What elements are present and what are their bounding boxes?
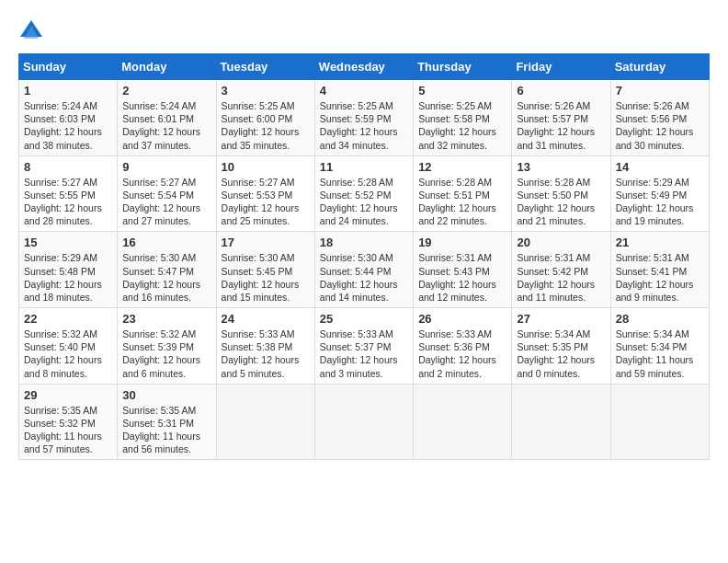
day-info: Sunrise: 5:28 AMSunset: 5:51 PMDaylight:… <box>418 176 506 228</box>
calendar-cell: 25Sunrise: 5:33 AMSunset: 5:37 PMDayligh… <box>314 308 413 385</box>
day-number: 12 <box>418 160 506 174</box>
weekday-header: Tuesday <box>216 54 314 80</box>
calendar-week-row: 15Sunrise: 5:29 AMSunset: 5:48 PMDayligh… <box>19 232 710 308</box>
weekday-header: Friday <box>512 54 610 80</box>
day-number: 8 <box>24 160 112 174</box>
calendar-cell: 14Sunrise: 5:29 AMSunset: 5:49 PMDayligh… <box>610 155 709 232</box>
calendar-cell <box>314 384 413 460</box>
day-info: Sunrise: 5:31 AMSunset: 5:41 PMDaylight:… <box>616 251 704 304</box>
day-number: 24 <box>222 312 310 326</box>
day-number: 9 <box>122 160 210 174</box>
day-info: Sunrise: 5:27 AMSunset: 5:53 PMDaylight:… <box>222 176 310 228</box>
calendar-week-row: 29Sunrise: 5:35 AMSunset: 5:32 PMDayligh… <box>19 384 710 460</box>
day-number: 13 <box>517 160 605 174</box>
day-info: Sunrise: 5:27 AMSunset: 5:54 PMDaylight:… <box>122 176 210 228</box>
calendar-cell: 28Sunrise: 5:34 AMSunset: 5:34 PMDayligh… <box>610 308 709 385</box>
calendar-week-row: 1Sunrise: 5:24 AMSunset: 6:03 PMDaylight… <box>19 80 710 156</box>
calendar-cell <box>216 384 314 460</box>
calendar-cell: 6Sunrise: 5:26 AMSunset: 5:57 PMDaylight… <box>512 80 610 156</box>
calendar-cell: 13Sunrise: 5:28 AMSunset: 5:50 PMDayligh… <box>512 155 610 232</box>
page-header <box>18 18 710 44</box>
day-number: 22 <box>24 312 112 326</box>
calendar-cell: 5Sunrise: 5:25 AMSunset: 5:58 PMDaylight… <box>414 80 512 156</box>
day-info: Sunrise: 5:34 AMSunset: 5:34 PMDaylight:… <box>616 327 704 380</box>
logo <box>18 18 48 44</box>
day-number: 6 <box>517 84 605 98</box>
day-info: Sunrise: 5:32 AMSunset: 5:39 PMDaylight:… <box>122 327 210 380</box>
calendar-cell: 26Sunrise: 5:33 AMSunset: 5:36 PMDayligh… <box>414 308 512 385</box>
calendar-cell: 9Sunrise: 5:27 AMSunset: 5:54 PMDaylight… <box>118 155 216 232</box>
day-number: 10 <box>222 160 310 174</box>
day-number: 25 <box>320 312 408 326</box>
day-info: Sunrise: 5:24 AMSunset: 6:01 PMDaylight:… <box>122 99 210 152</box>
day-info: Sunrise: 5:33 AMSunset: 5:36 PMDaylight:… <box>418 327 506 380</box>
day-number: 18 <box>320 236 408 249</box>
day-number: 30 <box>122 388 210 402</box>
calendar-cell: 3Sunrise: 5:25 AMSunset: 6:00 PMDaylight… <box>216 80 314 156</box>
weekday-header: Monday <box>118 54 216 80</box>
calendar-cell <box>414 384 512 460</box>
calendar-cell: 18Sunrise: 5:30 AMSunset: 5:44 PMDayligh… <box>314 232 413 308</box>
calendar-cell: 4Sunrise: 5:25 AMSunset: 5:59 PMDaylight… <box>314 80 413 156</box>
day-info: Sunrise: 5:26 AMSunset: 5:56 PMDaylight:… <box>616 99 704 152</box>
day-number: 26 <box>418 312 506 326</box>
day-number: 14 <box>616 160 704 174</box>
calendar-table: SundayMondayTuesdayWednesdayThursdayFrid… <box>18 53 710 460</box>
day-info: Sunrise: 5:25 AMSunset: 6:00 PMDaylight:… <box>222 99 310 152</box>
calendar-cell: 1Sunrise: 5:24 AMSunset: 6:03 PMDaylight… <box>19 80 118 156</box>
calendar-cell <box>610 384 709 460</box>
header-row: SundayMondayTuesdayWednesdayThursdayFrid… <box>19 54 710 80</box>
calendar-cell: 22Sunrise: 5:32 AMSunset: 5:40 PMDayligh… <box>19 308 118 385</box>
day-info: Sunrise: 5:32 AMSunset: 5:40 PMDaylight:… <box>24 327 112 380</box>
day-number: 29 <box>24 388 112 402</box>
day-number: 28 <box>616 312 704 326</box>
calendar-cell: 19Sunrise: 5:31 AMSunset: 5:43 PMDayligh… <box>414 232 512 308</box>
day-info: Sunrise: 5:34 AMSunset: 5:35 PMDaylight:… <box>517 327 605 380</box>
calendar-cell: 20Sunrise: 5:31 AMSunset: 5:42 PMDayligh… <box>512 232 610 308</box>
calendar-cell: 7Sunrise: 5:26 AMSunset: 5:56 PMDaylight… <box>610 80 709 156</box>
day-info: Sunrise: 5:31 AMSunset: 5:43 PMDaylight:… <box>418 251 506 304</box>
calendar-cell: 30Sunrise: 5:35 AMSunset: 5:31 PMDayligh… <box>118 384 216 460</box>
day-number: 5 <box>418 84 506 98</box>
calendar-cell: 12Sunrise: 5:28 AMSunset: 5:51 PMDayligh… <box>414 155 512 232</box>
day-info: Sunrise: 5:30 AMSunset: 5:45 PMDaylight:… <box>222 251 310 304</box>
day-number: 21 <box>616 236 704 249</box>
calendar-cell: 27Sunrise: 5:34 AMSunset: 5:35 PMDayligh… <box>512 308 610 385</box>
calendar-cell: 11Sunrise: 5:28 AMSunset: 5:52 PMDayligh… <box>314 155 413 232</box>
day-number: 1 <box>24 84 112 98</box>
day-number: 7 <box>616 84 704 98</box>
day-number: 23 <box>122 312 210 326</box>
day-info: Sunrise: 5:31 AMSunset: 5:42 PMDaylight:… <box>517 251 605 304</box>
day-number: 15 <box>24 236 112 249</box>
day-info: Sunrise: 5:27 AMSunset: 5:55 PMDaylight:… <box>24 176 112 228</box>
day-number: 11 <box>320 160 408 174</box>
day-info: Sunrise: 5:26 AMSunset: 5:57 PMDaylight:… <box>517 99 605 152</box>
calendar-cell: 15Sunrise: 5:29 AMSunset: 5:48 PMDayligh… <box>19 232 118 308</box>
calendar-cell: 2Sunrise: 5:24 AMSunset: 6:01 PMDaylight… <box>118 80 216 156</box>
day-number: 20 <box>517 236 605 249</box>
day-info: Sunrise: 5:25 AMSunset: 5:59 PMDaylight:… <box>320 99 408 152</box>
calendar-cell: 10Sunrise: 5:27 AMSunset: 5:53 PMDayligh… <box>216 155 314 232</box>
calendar-cell: 24Sunrise: 5:33 AMSunset: 5:38 PMDayligh… <box>216 308 314 385</box>
day-info: Sunrise: 5:35 AMSunset: 5:31 PMDaylight:… <box>122 404 210 456</box>
day-number: 19 <box>418 236 506 249</box>
weekday-header: Sunday <box>19 54 118 80</box>
calendar-cell: 17Sunrise: 5:30 AMSunset: 5:45 PMDayligh… <box>216 232 314 308</box>
calendar-cell: 29Sunrise: 5:35 AMSunset: 5:32 PMDayligh… <box>19 384 118 460</box>
calendar-week-row: 8Sunrise: 5:27 AMSunset: 5:55 PMDaylight… <box>19 155 710 232</box>
day-info: Sunrise: 5:25 AMSunset: 5:58 PMDaylight:… <box>418 99 506 152</box>
day-info: Sunrise: 5:33 AMSunset: 5:38 PMDaylight:… <box>222 327 310 380</box>
calendar-week-row: 22Sunrise: 5:32 AMSunset: 5:40 PMDayligh… <box>19 308 710 385</box>
day-info: Sunrise: 5:35 AMSunset: 5:32 PMDaylight:… <box>24 404 112 456</box>
day-number: 2 <box>122 84 210 98</box>
day-info: Sunrise: 5:28 AMSunset: 5:52 PMDaylight:… <box>320 176 408 228</box>
calendar-cell: 23Sunrise: 5:32 AMSunset: 5:39 PMDayligh… <box>118 308 216 385</box>
day-info: Sunrise: 5:33 AMSunset: 5:37 PMDaylight:… <box>320 327 408 380</box>
calendar-cell <box>512 384 610 460</box>
day-number: 16 <box>122 236 210 249</box>
day-number: 3 <box>222 84 310 98</box>
day-info: Sunrise: 5:30 AMSunset: 5:47 PMDaylight:… <box>122 251 210 304</box>
calendar-cell: 16Sunrise: 5:30 AMSunset: 5:47 PMDayligh… <box>118 232 216 308</box>
day-info: Sunrise: 5:24 AMSunset: 6:03 PMDaylight:… <box>24 99 112 152</box>
calendar-cell: 21Sunrise: 5:31 AMSunset: 5:41 PMDayligh… <box>610 232 709 308</box>
